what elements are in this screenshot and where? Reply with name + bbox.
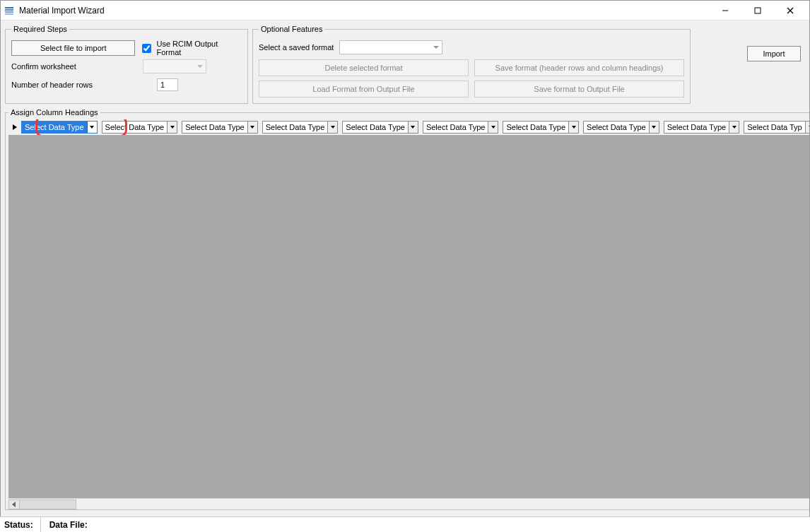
scroll-thumb[interactable] xyxy=(20,500,76,509)
column-type-dropdown-2[interactable]: Select Data Type xyxy=(182,121,258,134)
column-type-dropdown-5[interactable]: Select Data Type xyxy=(423,121,499,134)
minimize-button[interactable] xyxy=(709,1,741,20)
column-type-dropdown-1[interactable]: Select Data Type xyxy=(102,121,178,134)
row-selector-icon[interactable] xyxy=(8,124,21,131)
header-rows-label: Number of header rows xyxy=(11,81,153,89)
assign-headings-group: Assign Column Headings Select Data TypeS… xyxy=(5,108,810,510)
chevron-down-icon[interactable] xyxy=(327,122,337,133)
chevron-down-icon[interactable] xyxy=(408,122,418,133)
header-rows-input[interactable] xyxy=(157,78,178,91)
load-format-button[interactable]: Load Format from Output File xyxy=(259,81,469,97)
svg-rect-5 xyxy=(755,8,761,13)
delete-format-button[interactable]: Delete selected format xyxy=(259,59,469,76)
scroll-left-button[interactable] xyxy=(8,500,20,509)
column-type-label: Select Data Type xyxy=(664,123,729,131)
use-rcim-checkbox-label[interactable]: Use RCIM Output Format xyxy=(139,40,242,57)
chevron-down-icon[interactable] xyxy=(488,122,498,133)
chevron-down-icon[interactable] xyxy=(87,122,97,133)
chevron-down-icon[interactable] xyxy=(649,122,659,133)
svg-rect-1 xyxy=(5,9,13,11)
column-type-label: Select Data Type xyxy=(343,123,408,131)
optional-features-group: Optional Features Select a saved format … xyxy=(252,25,691,104)
close-button[interactable] xyxy=(774,1,806,20)
required-steps-group: Required Steps Select file to import Use… xyxy=(5,25,248,104)
column-type-label: Select Data Type xyxy=(102,123,168,131)
chevron-down-icon[interactable] xyxy=(729,122,739,133)
column-type-label: Select Data Type xyxy=(263,123,328,131)
chevron-down-icon[interactable] xyxy=(167,122,177,133)
column-type-dropdown-8[interactable]: Select Data Type xyxy=(664,121,740,134)
maximize-button[interactable] xyxy=(741,1,774,20)
save-format-output-button[interactable]: Save format to Output File xyxy=(474,81,684,97)
column-type-dropdown-9[interactable]: Select Data Typ xyxy=(744,121,810,134)
title-bar: Material Import Wizard xyxy=(1,1,809,20)
column-headings-row: Select Data TypeSelect Data TypeSelect D… xyxy=(8,119,810,135)
window-title: Material Import Wizard xyxy=(19,6,105,16)
use-rcim-checkbox[interactable] xyxy=(142,44,151,53)
status-label: Status: xyxy=(4,517,41,532)
svg-rect-0 xyxy=(5,7,13,8)
data-grid-body[interactable] xyxy=(8,135,810,498)
svg-rect-3 xyxy=(5,13,13,15)
required-steps-legend: Required Steps xyxy=(11,25,69,33)
chevron-down-icon[interactable] xyxy=(805,122,810,133)
column-type-label: Select Data Type xyxy=(584,123,649,131)
column-type-label: Select Data Type xyxy=(503,123,568,131)
column-type-dropdown-6[interactable]: Select Data Type xyxy=(503,121,579,134)
column-type-label: Select Data Type xyxy=(423,123,488,131)
column-type-dropdown-7[interactable]: Select Data Type xyxy=(583,121,659,134)
svg-rect-2 xyxy=(5,11,13,13)
chevron-down-icon[interactable] xyxy=(247,122,257,133)
column-type-label: Select Data Type xyxy=(22,123,87,131)
column-type-label: Select Data Typ xyxy=(744,123,805,131)
svg-marker-8 xyxy=(13,124,17,130)
confirm-worksheet-label: Confirm worksheet xyxy=(11,62,139,71)
save-format-headings-button[interactable]: Save format (header rows and column head… xyxy=(474,59,684,76)
column-type-dropdown-3[interactable]: Select Data Type xyxy=(262,121,339,134)
select-file-button[interactable]: Select file to import xyxy=(11,40,135,56)
status-bar: Status: Data File: xyxy=(0,516,810,532)
saved-format-label: Select a saved format xyxy=(259,43,334,52)
horizontal-scrollbar[interactable] xyxy=(8,498,810,509)
column-type-label: Select Data Type xyxy=(182,123,247,131)
svg-marker-9 xyxy=(12,502,16,507)
app-icon xyxy=(4,5,15,16)
saved-format-dropdown[interactable] xyxy=(339,40,442,54)
confirm-worksheet-dropdown[interactable] xyxy=(143,59,206,73)
column-type-dropdown-4[interactable]: Select Data Type xyxy=(342,121,418,134)
datafile-label: Data File: xyxy=(49,517,95,532)
chevron-down-icon[interactable] xyxy=(568,122,578,133)
optional-features-legend: Optional Features xyxy=(259,25,324,33)
column-type-dropdown-0[interactable]: Select Data Type xyxy=(21,121,98,134)
import-button[interactable]: Import xyxy=(747,46,801,61)
assign-headings-legend: Assign Column Headings xyxy=(8,108,100,117)
